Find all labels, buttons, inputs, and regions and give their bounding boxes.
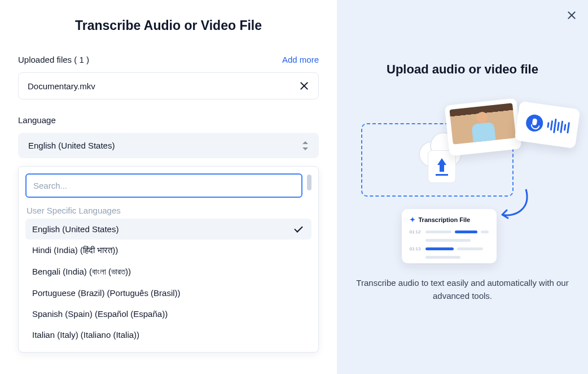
- language-group-label: User Specific Languages: [27, 206, 311, 215]
- info-description: Transcribe audio to text easily and auto…: [356, 277, 570, 302]
- language-option[interactable]: Portuguese (Brazil) (Português (Brasil)): [25, 282, 311, 303]
- language-option[interactable]: Spanish (Spain) (Español (España)): [25, 303, 311, 324]
- timestamp: 01:12: [410, 229, 422, 234]
- language-dropdown: User Specific Languages English (United …: [18, 166, 319, 353]
- transcription-preview-card: ✦ Transcription File 01:12 01:13: [402, 209, 497, 263]
- video-thumbnail-card: [444, 98, 521, 156]
- chevron-updown-icon: [302, 141, 309, 150]
- language-select-value: English (United States): [28, 141, 115, 150]
- language-option-label: Spanish (Spain) (Español (España)): [32, 309, 168, 319]
- info-pane: Upload audio or video file ✦ Transcripti…: [337, 0, 588, 374]
- language-select[interactable]: English (United States): [18, 133, 319, 158]
- curved-arrow-icon: [498, 186, 532, 226]
- timestamp: 01:13: [410, 246, 422, 251]
- uploaded-files-row: Uploaded files ( 1 ) Add more: [18, 55, 319, 64]
- uploaded-file-item: Documentary.mkv: [18, 72, 319, 99]
- language-option-label: English (United States): [32, 224, 119, 234]
- add-more-link[interactable]: Add more: [282, 55, 319, 64]
- uploaded-files-label: Uploaded files ( 1 ): [18, 55, 89, 64]
- language-label: Language: [18, 115, 319, 125]
- transcription-file-label: Transcription File: [419, 216, 471, 223]
- file-name: Documentary.mkv: [28, 81, 95, 91]
- language-option-label: Italian (Italy) (Italiano (Italia)): [32, 330, 139, 340]
- sparkle-icon: ✦: [410, 216, 415, 224]
- microphone-icon: [524, 114, 543, 133]
- transcribe-form-pane: Transcribe Audio or Video File Uploaded …: [0, 0, 337, 374]
- scrollbar-thumb[interactable]: [307, 175, 311, 190]
- info-title: Upload audio or video file: [387, 62, 538, 77]
- upload-illustration: ✦ Transcription File 01:12 01:13: [356, 96, 570, 266]
- page-title: Transcribe Audio or Video File: [18, 18, 319, 33]
- language-search-input[interactable]: [25, 173, 302, 198]
- language-option[interactable]: English (United States): [25, 219, 311, 240]
- language-option-label: Portuguese (Brazil) (Português (Brasil)): [32, 288, 181, 298]
- remove-file-icon[interactable]: [299, 81, 309, 91]
- audio-card: [514, 101, 580, 149]
- upload-icon: [428, 150, 456, 183]
- waveform-icon: [546, 118, 569, 135]
- close-icon[interactable]: [567, 10, 577, 20]
- language-option[interactable]: Italian (Italy) (Italiano (Italia)): [25, 324, 311, 345]
- language-option[interactable]: Hindi (India) (हिंदी भारत)): [25, 240, 311, 261]
- language-option-label: Bengali (India) (বাংলা (ভারত)): [32, 267, 131, 277]
- language-option-label: Hindi (India) (हिंदी भारत)): [32, 245, 118, 255]
- check-icon: [294, 224, 303, 233]
- language-option[interactable]: Bengali (India) (বাংলা (ভারত)): [25, 261, 311, 282]
